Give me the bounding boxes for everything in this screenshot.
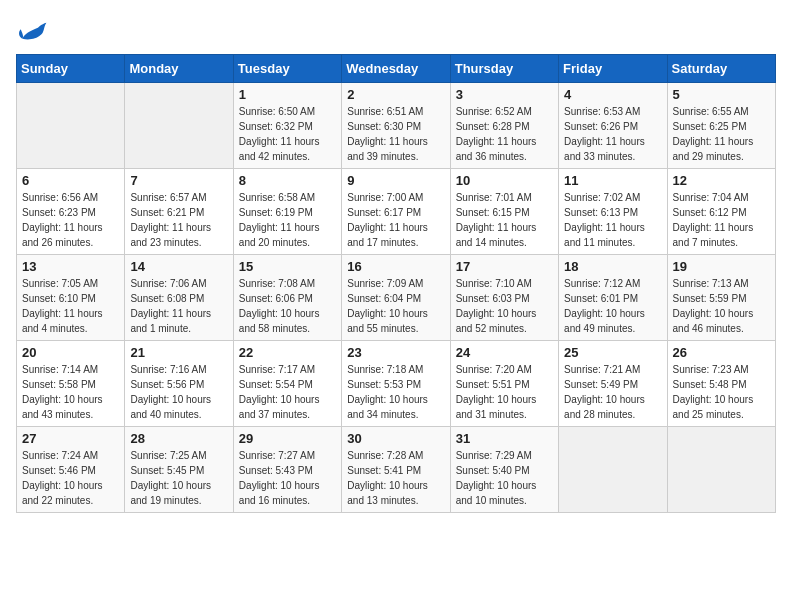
day-info: Sunrise: 7:24 AM Sunset: 5:46 PM Dayligh…	[22, 448, 119, 508]
calendar-cell: 11Sunrise: 7:02 AM Sunset: 6:13 PM Dayli…	[559, 169, 667, 255]
calendar-cell: 19Sunrise: 7:13 AM Sunset: 5:59 PM Dayli…	[667, 255, 775, 341]
day-info: Sunrise: 7:02 AM Sunset: 6:13 PM Dayligh…	[564, 190, 661, 250]
calendar-cell: 25Sunrise: 7:21 AM Sunset: 5:49 PM Dayli…	[559, 341, 667, 427]
day-info: Sunrise: 6:50 AM Sunset: 6:32 PM Dayligh…	[239, 104, 336, 164]
weekday-header-sunday: Sunday	[17, 55, 125, 83]
day-number: 22	[239, 345, 336, 360]
calendar-week-row: 20Sunrise: 7:14 AM Sunset: 5:58 PM Dayli…	[17, 341, 776, 427]
weekday-header-row: SundayMondayTuesdayWednesdayThursdayFrid…	[17, 55, 776, 83]
calendar-cell: 16Sunrise: 7:09 AM Sunset: 6:04 PM Dayli…	[342, 255, 450, 341]
weekday-header-saturday: Saturday	[667, 55, 775, 83]
day-number: 7	[130, 173, 227, 188]
day-info: Sunrise: 6:57 AM Sunset: 6:21 PM Dayligh…	[130, 190, 227, 250]
calendar-cell: 2Sunrise: 6:51 AM Sunset: 6:30 PM Daylig…	[342, 83, 450, 169]
calendar-cell: 20Sunrise: 7:14 AM Sunset: 5:58 PM Dayli…	[17, 341, 125, 427]
day-number: 30	[347, 431, 444, 446]
day-info: Sunrise: 7:25 AM Sunset: 5:45 PM Dayligh…	[130, 448, 227, 508]
page-header	[16, 16, 776, 44]
calendar-cell: 24Sunrise: 7:20 AM Sunset: 5:51 PM Dayli…	[450, 341, 558, 427]
day-number: 11	[564, 173, 661, 188]
day-number: 31	[456, 431, 553, 446]
day-number: 29	[239, 431, 336, 446]
calendar-cell: 21Sunrise: 7:16 AM Sunset: 5:56 PM Dayli…	[125, 341, 233, 427]
calendar-cell: 17Sunrise: 7:10 AM Sunset: 6:03 PM Dayli…	[450, 255, 558, 341]
day-info: Sunrise: 7:21 AM Sunset: 5:49 PM Dayligh…	[564, 362, 661, 422]
calendar-cell: 10Sunrise: 7:01 AM Sunset: 6:15 PM Dayli…	[450, 169, 558, 255]
day-info: Sunrise: 7:05 AM Sunset: 6:10 PM Dayligh…	[22, 276, 119, 336]
day-info: Sunrise: 6:51 AM Sunset: 6:30 PM Dayligh…	[347, 104, 444, 164]
day-number: 13	[22, 259, 119, 274]
calendar-table: SundayMondayTuesdayWednesdayThursdayFrid…	[16, 54, 776, 513]
day-info: Sunrise: 7:13 AM Sunset: 5:59 PM Dayligh…	[673, 276, 770, 336]
calendar-cell: 26Sunrise: 7:23 AM Sunset: 5:48 PM Dayli…	[667, 341, 775, 427]
day-info: Sunrise: 7:14 AM Sunset: 5:58 PM Dayligh…	[22, 362, 119, 422]
weekday-header-friday: Friday	[559, 55, 667, 83]
calendar-week-row: 27Sunrise: 7:24 AM Sunset: 5:46 PM Dayli…	[17, 427, 776, 513]
calendar-cell: 22Sunrise: 7:17 AM Sunset: 5:54 PM Dayli…	[233, 341, 341, 427]
day-info: Sunrise: 7:01 AM Sunset: 6:15 PM Dayligh…	[456, 190, 553, 250]
day-info: Sunrise: 6:52 AM Sunset: 6:28 PM Dayligh…	[456, 104, 553, 164]
day-number: 20	[22, 345, 119, 360]
calendar-cell	[17, 83, 125, 169]
calendar-cell	[667, 427, 775, 513]
day-number: 8	[239, 173, 336, 188]
day-number: 3	[456, 87, 553, 102]
day-number: 15	[239, 259, 336, 274]
day-number: 14	[130, 259, 227, 274]
calendar-cell: 5Sunrise: 6:55 AM Sunset: 6:25 PM Daylig…	[667, 83, 775, 169]
weekday-header-wednesday: Wednesday	[342, 55, 450, 83]
day-info: Sunrise: 7:06 AM Sunset: 6:08 PM Dayligh…	[130, 276, 227, 336]
calendar-cell: 3Sunrise: 6:52 AM Sunset: 6:28 PM Daylig…	[450, 83, 558, 169]
day-number: 21	[130, 345, 227, 360]
day-number: 12	[673, 173, 770, 188]
day-info: Sunrise: 7:12 AM Sunset: 6:01 PM Dayligh…	[564, 276, 661, 336]
day-number: 25	[564, 345, 661, 360]
day-number: 4	[564, 87, 661, 102]
day-number: 17	[456, 259, 553, 274]
day-number: 1	[239, 87, 336, 102]
day-info: Sunrise: 6:58 AM Sunset: 6:19 PM Dayligh…	[239, 190, 336, 250]
day-info: Sunrise: 7:23 AM Sunset: 5:48 PM Dayligh…	[673, 362, 770, 422]
day-info: Sunrise: 7:04 AM Sunset: 6:12 PM Dayligh…	[673, 190, 770, 250]
calendar-cell: 7Sunrise: 6:57 AM Sunset: 6:21 PM Daylig…	[125, 169, 233, 255]
day-number: 5	[673, 87, 770, 102]
day-number: 10	[456, 173, 553, 188]
calendar-cell: 9Sunrise: 7:00 AM Sunset: 6:17 PM Daylig…	[342, 169, 450, 255]
day-number: 28	[130, 431, 227, 446]
calendar-cell	[559, 427, 667, 513]
calendar-cell	[125, 83, 233, 169]
day-number: 9	[347, 173, 444, 188]
day-info: Sunrise: 7:27 AM Sunset: 5:43 PM Dayligh…	[239, 448, 336, 508]
calendar-cell: 28Sunrise: 7:25 AM Sunset: 5:45 PM Dayli…	[125, 427, 233, 513]
day-info: Sunrise: 6:53 AM Sunset: 6:26 PM Dayligh…	[564, 104, 661, 164]
calendar-header: SundayMondayTuesdayWednesdayThursdayFrid…	[17, 55, 776, 83]
weekday-header-monday: Monday	[125, 55, 233, 83]
calendar-cell: 12Sunrise: 7:04 AM Sunset: 6:12 PM Dayli…	[667, 169, 775, 255]
day-number: 26	[673, 345, 770, 360]
weekday-header-thursday: Thursday	[450, 55, 558, 83]
calendar-cell: 4Sunrise: 6:53 AM Sunset: 6:26 PM Daylig…	[559, 83, 667, 169]
calendar-cell: 23Sunrise: 7:18 AM Sunset: 5:53 PM Dayli…	[342, 341, 450, 427]
day-number: 19	[673, 259, 770, 274]
calendar-cell: 29Sunrise: 7:27 AM Sunset: 5:43 PM Dayli…	[233, 427, 341, 513]
day-number: 27	[22, 431, 119, 446]
calendar-cell: 31Sunrise: 7:29 AM Sunset: 5:40 PM Dayli…	[450, 427, 558, 513]
day-info: Sunrise: 7:29 AM Sunset: 5:40 PM Dayligh…	[456, 448, 553, 508]
day-info: Sunrise: 7:28 AM Sunset: 5:41 PM Dayligh…	[347, 448, 444, 508]
day-info: Sunrise: 7:16 AM Sunset: 5:56 PM Dayligh…	[130, 362, 227, 422]
day-info: Sunrise: 7:08 AM Sunset: 6:06 PM Dayligh…	[239, 276, 336, 336]
day-number: 18	[564, 259, 661, 274]
calendar-week-row: 1Sunrise: 6:50 AM Sunset: 6:32 PM Daylig…	[17, 83, 776, 169]
calendar-week-row: 6Sunrise: 6:56 AM Sunset: 6:23 PM Daylig…	[17, 169, 776, 255]
calendar-cell: 1Sunrise: 6:50 AM Sunset: 6:32 PM Daylig…	[233, 83, 341, 169]
weekday-header-tuesday: Tuesday	[233, 55, 341, 83]
calendar-cell: 8Sunrise: 6:58 AM Sunset: 6:19 PM Daylig…	[233, 169, 341, 255]
calendar-cell: 14Sunrise: 7:06 AM Sunset: 6:08 PM Dayli…	[125, 255, 233, 341]
calendar-cell: 30Sunrise: 7:28 AM Sunset: 5:41 PM Dayli…	[342, 427, 450, 513]
day-info: Sunrise: 7:18 AM Sunset: 5:53 PM Dayligh…	[347, 362, 444, 422]
day-info: Sunrise: 7:20 AM Sunset: 5:51 PM Dayligh…	[456, 362, 553, 422]
day-number: 2	[347, 87, 444, 102]
day-info: Sunrise: 6:56 AM Sunset: 6:23 PM Dayligh…	[22, 190, 119, 250]
calendar-week-row: 13Sunrise: 7:05 AM Sunset: 6:10 PM Dayli…	[17, 255, 776, 341]
calendar-cell: 27Sunrise: 7:24 AM Sunset: 5:46 PM Dayli…	[17, 427, 125, 513]
